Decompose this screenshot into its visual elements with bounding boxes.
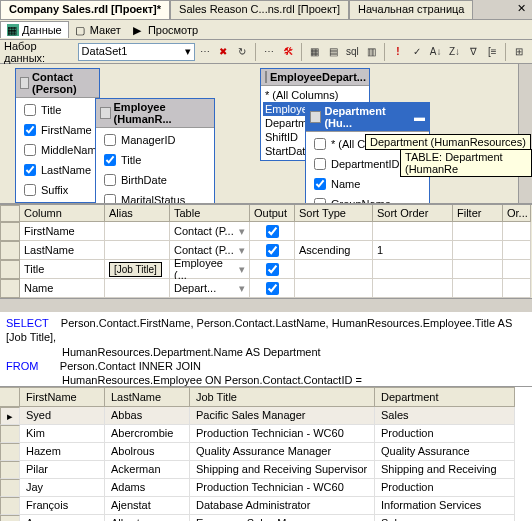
cell-column[interactable]: LastName [20,241,105,260]
row-header[interactable] [0,279,20,298]
cell-or[interactable] [503,241,531,260]
cell-sortorder[interactable] [373,260,453,279]
cell-or[interactable] [503,260,531,279]
row-header[interactable] [0,222,20,241]
cell-sorttype[interactable] [295,279,373,298]
result-header-lastname[interactable]: LastName [105,387,190,407]
field-row[interactable]: Title [98,150,212,170]
table-employee[interactable]: Employee (HumanR... ManagerIDTitleBirthD… [95,98,215,204]
sort-asc-button[interactable]: A↓ [427,42,445,62]
col-header-filter[interactable]: Filter [453,205,503,222]
cell-column[interactable]: Name [20,279,105,298]
cell-column[interactable]: FirstName [20,222,105,241]
field-row[interactable]: BirthDate [98,170,212,190]
tab-start-page[interactable]: Начальная страница [349,0,473,19]
cell-sortorder[interactable] [373,222,453,241]
row-header[interactable] [0,425,20,443]
cell-table[interactable]: Depart... ▾ [170,279,250,298]
field-checkbox[interactable] [104,194,116,204]
output-checkbox[interactable] [266,263,279,276]
cell-alias[interactable]: [Job Title] [105,260,170,279]
field-checkbox[interactable] [24,104,36,116]
field-row[interactable]: Title [18,100,97,120]
criteria-row[interactable]: FirstName Contact (P... ▾ [0,222,532,241]
cell-sortorder[interactable] [373,279,453,298]
result-row[interactable]: Amy Alberts European Sales Manager Sales [0,515,532,521]
tab-layout[interactable]: ▢Макет [69,22,127,38]
cell-or[interactable] [503,279,531,298]
cell-alias[interactable] [105,222,170,241]
row-header[interactable] [0,515,20,521]
edit-button[interactable]: ⋯ [260,42,278,62]
output-checkbox[interactable] [266,244,279,257]
field-row[interactable]: Name [308,174,427,194]
result-header-department[interactable]: Department [375,387,515,407]
verify-button[interactable]: ✓ [408,42,426,62]
sql-pane[interactable]: SELECT Person.Contact.FirstName, Person.… [0,312,532,387]
cell-sorttype[interactable]: Ascending [295,241,373,260]
cell-alias[interactable] [105,241,170,260]
field-checkbox[interactable] [104,174,116,186]
field-checkbox[interactable] [24,144,36,156]
cell-sorttype[interactable] [295,222,373,241]
sort-desc-button[interactable]: Z↓ [446,42,464,62]
col-header-table[interactable]: Table [170,205,250,222]
row-header[interactable] [0,479,20,497]
field-row[interactable]: Suffix [18,180,97,200]
field-row[interactable]: FirstName [18,120,97,140]
field-row[interactable]: MaritalStatus [98,190,212,204]
row-header[interactable]: ▸ [0,407,20,425]
cell-column[interactable]: Title [20,260,105,279]
sql-pane-button[interactable]: sql [343,42,361,62]
field-row[interactable]: LastName [18,160,97,180]
tab-sales-reason[interactable]: Sales Reason C...ns.rdl [Проект] [170,0,349,19]
diagram-pane-button[interactable]: ▦ [306,42,324,62]
cell-table[interactable]: Employee (... ▾ [170,260,250,279]
field-checkbox[interactable] [24,124,36,136]
filter-button[interactable]: ∇ [464,42,482,62]
row-header[interactable] [0,461,20,479]
minimize-icon[interactable]: ▬ [414,111,425,123]
field-checkbox[interactable] [314,178,326,190]
dataset-select[interactable]: DataSet1 ▾ [78,43,195,61]
result-header-firstname[interactable]: FirstName [20,387,105,407]
cell-output[interactable] [250,222,295,241]
row-header[interactable] [0,443,20,461]
add-table-button[interactable]: ⊞ [510,42,528,62]
cell-output[interactable] [250,279,295,298]
tab-preview[interactable]: ▶Просмотр [127,22,204,38]
new-button[interactable]: ↻ [233,42,251,62]
col-header-alias[interactable]: Alias [105,205,170,222]
cell-output[interactable] [250,241,295,260]
col-header-sortorder[interactable]: Sort Order [373,205,453,222]
tab-data[interactable]: ▦Данные [0,21,69,38]
cell-filter[interactable] [453,260,503,279]
field-checkbox[interactable] [314,198,326,204]
field-checkbox[interactable] [104,154,116,166]
col-header-or[interactable]: Or... [503,205,531,222]
row-header[interactable] [0,260,20,279]
results-pane-button[interactable]: ▥ [362,42,380,62]
output-checkbox[interactable] [266,282,279,295]
tab-company-sales[interactable]: Company Sales.rdl [Проект]* [0,0,170,19]
horizontal-scrollbar[interactable] [0,298,532,312]
row-header[interactable] [0,241,20,260]
cell-table[interactable]: Contact (P... ▾ [170,222,250,241]
diagram-pane[interactable]: Contact (Person) TitleFirstNameMiddleNam… [0,64,532,204]
output-checkbox[interactable] [266,225,279,238]
cell-or[interactable] [503,222,531,241]
result-row[interactable]: ▸ Syed Abbas Pacific Sales Manager Sales [0,407,532,425]
field-checkbox[interactable] [314,158,326,170]
cell-filter[interactable] [453,241,503,260]
run-button[interactable]: ! [389,42,407,62]
cell-alias[interactable] [105,279,170,298]
field-checkbox[interactable] [24,164,36,176]
cell-sorttype[interactable] [295,260,373,279]
result-row[interactable]: Pilar Ackerman Shipping and Receiving Su… [0,461,532,479]
field-checkbox[interactable] [314,138,326,150]
field-row[interactable]: ManagerID [98,130,212,150]
delete-button[interactable]: ✖ [214,42,232,62]
grid-pane-button[interactable]: ▤ [325,42,343,62]
col-header-output[interactable]: Output [250,205,295,222]
group-button[interactable]: [≡ [483,42,501,62]
